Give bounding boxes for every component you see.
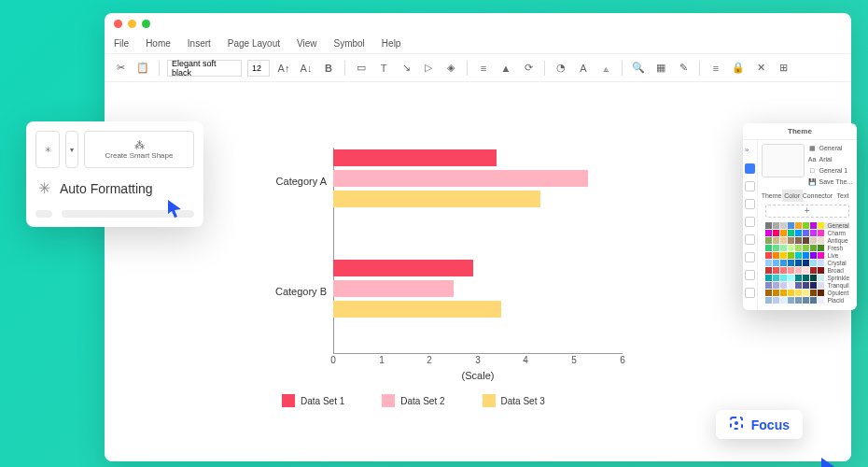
auto-formatting-item[interactable]: ✳ Auto Formatting	[35, 176, 194, 201]
layers-icon[interactable]: ◈	[442, 60, 459, 77]
theme-tab-color[interactable]: Color	[782, 190, 803, 202]
close-icon[interactable]: ✕	[752, 60, 769, 77]
spark-button[interactable]: ✳	[35, 131, 60, 168]
clipboard-icon[interactable]: 📋	[134, 60, 151, 77]
font-size-selector[interactable]: 12	[247, 60, 270, 77]
swatch-row[interactable]: Live	[765, 252, 849, 259]
chart: Category A Category B 0 1 2 3 4 5 6 (Sca…	[245, 148, 711, 461]
theme-list-item[interactable]: AaArial	[808, 155, 853, 163]
minimize-dot[interactable]	[128, 20, 136, 28]
swatch-row[interactable]: Antique	[765, 237, 849, 244]
side-cart-icon[interactable]	[745, 270, 755, 280]
expand-icon[interactable]: »	[745, 146, 755, 156]
theme-tab-text[interactable]: Text	[833, 190, 853, 202]
swatch-row[interactable]: Sprinkle	[765, 275, 849, 281]
crop-icon[interactable]: ⟁	[597, 60, 614, 77]
font-increase-icon[interactable]: A↑	[275, 60, 292, 77]
add-theme-button[interactable]: +	[765, 205, 849, 218]
theme-tab-theme[interactable]: Theme	[762, 190, 782, 202]
theme-list-item[interactable]: 💾Save The...	[808, 177, 853, 186]
swatch-row[interactable]: Tranquil	[765, 282, 849, 289]
theme-tab-connector[interactable]: Connector	[803, 190, 833, 202]
fill-icon[interactable]: ◔	[553, 60, 569, 77]
color-a-icon[interactable]: A	[575, 60, 592, 77]
app-window: File Home Insert Page Layout View Symbol…	[105, 13, 851, 461]
menu-pagelayout[interactable]: Page Layout	[228, 38, 280, 49]
tick: 1	[379, 355, 385, 365]
bar-a-1	[333, 149, 497, 166]
canvas: Category A Category B 0 1 2 3 4 5 6 (Sca…	[105, 82, 851, 461]
focus-label: Focus	[751, 417, 790, 432]
edit-icon[interactable]: ✎	[675, 60, 692, 77]
side-zoom-icon[interactable]	[745, 288, 755, 298]
options-icon[interactable]: ≡	[707, 60, 724, 77]
menubar: File Home Insert Page Layout View Symbol…	[105, 34, 851, 54]
swatch-row[interactable]: General	[765, 222, 849, 229]
swatch-list: GeneralCharmAntiqueFreshLiveCrystalBroad…	[762, 220, 853, 306]
menu-insert[interactable]: Insert	[188, 38, 211, 49]
menu-help[interactable]: Help	[382, 38, 401, 49]
close-dot[interactable]	[114, 20, 122, 28]
svg-point-1	[735, 421, 738, 425]
swatch-row[interactable]: Placid	[765, 297, 849, 304]
swatch-row[interactable]: Crystal	[765, 260, 849, 266]
font-selector[interactable]: Elegant soft black	[167, 60, 242, 77]
legend-item: Data Set 1	[301, 396, 344, 406]
tick: 5	[571, 355, 577, 365]
theme-panel: Theme » ▦General AaArial □General 1 💾Sav…	[743, 123, 857, 310]
create-smart-shape-button[interactable]: ⁂ Create Smart Shape	[84, 131, 194, 168]
pointer-icon[interactable]: ▷	[420, 60, 437, 77]
shape-icon[interactable]: ▭	[353, 60, 370, 77]
side-box-icon[interactable]	[745, 234, 755, 245]
font-decrease-icon[interactable]: A↓	[298, 60, 315, 77]
cut-icon[interactable]: ✂	[112, 60, 129, 77]
bar-a-3	[333, 191, 540, 207]
align-icon[interactable]: ≡	[475, 60, 492, 77]
group-icon[interactable]: ▲	[497, 60, 514, 77]
tick: 3	[475, 355, 481, 365]
tick: 0	[330, 355, 336, 365]
tick: 4	[523, 355, 528, 365]
focus-icon	[729, 416, 744, 433]
auto-formatting-label: Auto Formatting	[60, 181, 153, 196]
dropdown-button[interactable]: ▾	[65, 131, 78, 168]
side-page-icon[interactable]	[745, 217, 755, 227]
window-titlebar	[105, 13, 851, 34]
theme-title: Theme	[743, 123, 857, 140]
bold-icon[interactable]: B	[320, 60, 337, 77]
x-axis	[333, 353, 623, 354]
menu-view[interactable]: View	[297, 38, 317, 49]
swatch-row[interactable]: Fresh	[765, 245, 849, 251]
text-icon[interactable]: T	[375, 60, 392, 77]
focus-button[interactable]: Focus	[716, 410, 803, 439]
grid-icon[interactable]: ▦	[652, 60, 669, 77]
more-icon[interactable]: ⊞	[775, 60, 791, 77]
menu-home[interactable]: Home	[146, 38, 171, 49]
search-icon[interactable]: 🔍	[630, 60, 647, 77]
bar-b-1	[333, 260, 473, 276]
bar-b-3	[333, 301, 501, 318]
menu-file[interactable]: File	[114, 38, 129, 49]
connector-icon[interactable]: ↘	[398, 60, 414, 77]
lock-icon[interactable]: 🔒	[730, 60, 747, 77]
toolbar: ✂ 📋 Elegant soft black 12 A↑ A↓ B ▭ T ↘ …	[105, 54, 851, 82]
theme-list-item[interactable]: ▦General	[808, 144, 853, 152]
bar-a-2	[333, 170, 588, 187]
side-fullscreen-icon[interactable]	[745, 252, 755, 262]
swatch-row[interactable]: Charm	[765, 230, 849, 236]
theme-thumbnail[interactable]	[762, 144, 805, 177]
side-theme-icon[interactable]	[745, 163, 755, 174]
maximize-dot[interactable]	[142, 20, 150, 28]
legend-item: Data Set 2	[400, 396, 444, 406]
side-layer-icon[interactable]	[745, 181, 755, 191]
swatch-row[interactable]: Opulent	[765, 290, 849, 296]
theme-list-item[interactable]: □General 1	[808, 166, 853, 175]
side-shape-icon[interactable]	[745, 199, 755, 209]
category-label: Category B	[275, 286, 327, 297]
bar-b-2	[333, 280, 454, 297]
swatch-row[interactable]: Broad	[765, 267, 849, 274]
rotate-icon[interactable]: ⟳	[520, 60, 537, 77]
tick: 6	[620, 355, 625, 365]
tick: 2	[427, 355, 432, 365]
menu-symbol[interactable]: Symbol	[334, 38, 365, 49]
